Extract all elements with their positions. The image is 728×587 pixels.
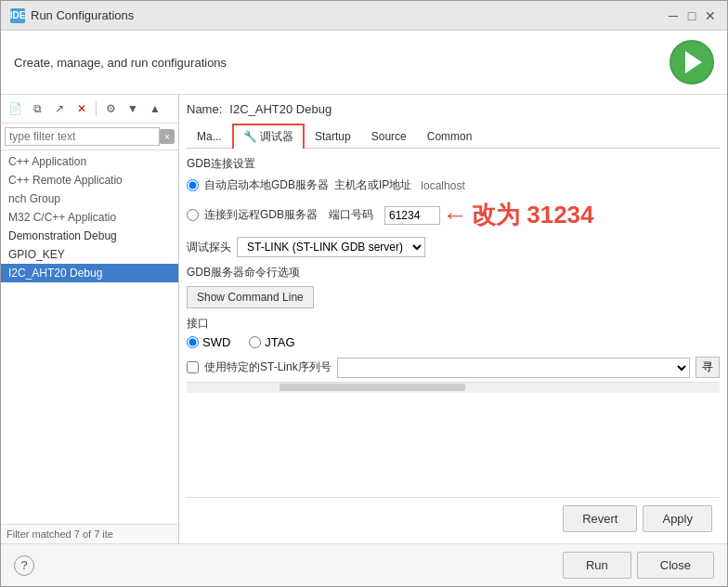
host-label: 主机名或IP地址 — [334, 177, 411, 193]
list-item[interactable]: C++ Remote Applicatio — [1, 171, 178, 189]
horizontal-scrollbar[interactable] — [187, 382, 720, 393]
stlink-serial-select[interactable] — [337, 358, 690, 378]
list-item[interactable]: C++ Application — [1, 152, 178, 171]
tab-common-label: Common — [427, 130, 473, 143]
remote-row: 连接到远程GDB服务器 端口号码 ← 改为 31234 — [187, 199, 720, 231]
maximize-button[interactable]: □ — [684, 8, 699, 23]
gdb-cmd-row: Show Command Line — [187, 286, 720, 308]
content-area: 📄 ⧉ ↗ ✕ ⚙ ▼ ▲ × C++ Application C++ Remo… — [1, 95, 727, 543]
right-panel: Name: I2C_AHT20 Debug Ma... 🔧 调试器 Startu… — [179, 95, 727, 543]
expand-button[interactable]: ▼ — [123, 98, 143, 119]
remote-label: 连接到远程GDB服务器 — [204, 207, 318, 223]
bottom-buttons: Revert Apply — [187, 497, 720, 536]
title-bar: IDE Run Configurations ─ □ ✕ — [1, 1, 727, 31]
auto-start-label: 自动启动本地GDB服务器 — [204, 177, 329, 193]
debug-probe-label: 调试探头 — [187, 240, 231, 255]
tab-source[interactable]: Source — [361, 124, 417, 149]
config-name: I2C_AHT20 Debug — [229, 102, 332, 116]
interface-section: 接口 SWD JTAG 使用特定的ST-Link序列号 — [187, 316, 720, 378]
tree-list: C++ Application C++ Remote Applicatio nc… — [1, 150, 178, 524]
left-panel: 📄 ⧉ ↗ ✕ ⚙ ▼ ▲ × C++ Application C++ Remo… — [1, 95, 179, 543]
name-label: Name: — [187, 102, 222, 116]
stlink-search-button[interactable]: 寻 — [696, 357, 720, 378]
tab-main[interactable]: Ma... — [187, 124, 232, 149]
filter-status: Filter matched 7 of 7 ite — [1, 524, 178, 543]
list-item[interactable]: GPIO_KEY — [1, 245, 178, 264]
window-controls: ─ □ ✕ — [666, 8, 718, 23]
revert-button[interactable]: Revert — [563, 505, 637, 532]
port-input[interactable] — [384, 206, 440, 225]
filter-clear-button[interactable]: × — [160, 129, 175, 144]
interface-options: SWD JTAG — [187, 335, 720, 349]
header-subtitle: Create, manage, and run configurations — [14, 56, 227, 70]
port-area: ← 改为 31234 — [384, 199, 594, 231]
tab-debugger[interactable]: 🔧 调试器 — [232, 124, 305, 149]
new-config-button[interactable]: 📄 — [5, 98, 25, 119]
header-area: Create, manage, and run configurations — [1, 31, 727, 95]
tab-startup-label: Startup — [315, 130, 351, 143]
filter-input[interactable] — [5, 127, 160, 146]
auto-start-row: 自动启动本地GDB服务器 主机名或IP地址 localhost — [187, 177, 720, 193]
window-footer: ? Run Close — [1, 543, 727, 586]
filter-button[interactable]: ⚙ — [100, 98, 121, 119]
run-footer-button[interactable]: Run — [563, 552, 631, 579]
jtag-option: JTAG — [249, 335, 294, 349]
annotation-text: 改为 31234 — [472, 199, 594, 231]
stlink-serial-label: 使用特定的ST-Link序列号 — [204, 359, 332, 375]
scrollbar-thumb — [280, 384, 465, 391]
apply-button[interactable]: Apply — [643, 505, 712, 532]
minimize-button[interactable]: ─ — [666, 8, 681, 23]
export-button[interactable]: ↗ — [49, 98, 70, 119]
left-toolbar: 📄 ⧉ ↗ ✕ ⚙ ▼ ▲ — [1, 95, 178, 124]
title-bar-left: IDE Run Configurations — [10, 8, 134, 23]
close-button[interactable]: ✕ — [703, 8, 718, 23]
gdb-cmd-section: GDB服务器命令行选项 Show Command Line — [187, 265, 720, 308]
interface-label: 接口 — [187, 316, 720, 332]
close-footer-button[interactable]: Close — [637, 552, 714, 579]
swd-radio[interactable] — [187, 336, 199, 348]
debug-probe-row: 调试探头 ST-LINK (ST-LINK GDB server) — [187, 237, 720, 257]
jtag-label: JTAG — [265, 335, 294, 349]
tab-common[interactable]: Common — [417, 124, 483, 149]
separator — [96, 101, 97, 116]
list-item[interactable]: M32 C/C++ Applicatio — [1, 208, 178, 227]
ide-icon: IDE — [10, 8, 25, 23]
form-section: GDB连接设置 自动启动本地GDB服务器 主机名或IP地址 localhost … — [187, 156, 720, 497]
tab-debugger-label: 🔧 调试器 — [243, 129, 293, 145]
tab-source-label: Source — [371, 130, 407, 143]
stlink-serial-checkbox[interactable] — [187, 361, 199, 373]
debug-probe-select[interactable]: ST-LINK (ST-LINK GDB server) — [237, 237, 425, 257]
port-label: 端口号码 — [329, 207, 373, 223]
swd-option: SWD — [187, 335, 230, 349]
tab-main-label: Ma... — [197, 130, 222, 143]
list-item[interactable]: nch Group — [1, 189, 178, 208]
run-configurations-window: IDE Run Configurations ─ □ ✕ Create, man… — [0, 0, 728, 587]
jtag-radio[interactable] — [249, 336, 261, 348]
remote-radio[interactable] — [187, 209, 199, 221]
gdb-cmd-header: GDB服务器命令行选项 — [187, 265, 720, 280]
duplicate-button[interactable]: ⧉ — [27, 98, 47, 119]
list-item-selected[interactable]: I2C_AHT20 Debug — [1, 264, 178, 282]
stlink-row: 使用特定的ST-Link序列号 寻 — [187, 357, 720, 378]
host-value: localhost — [421, 179, 464, 192]
collapse-button[interactable]: ▲ — [145, 98, 165, 119]
gdb-connection-header: GDB连接设置 — [187, 156, 720, 172]
filter-box: × — [1, 124, 178, 150]
red-arrow-icon: ← — [442, 201, 468, 230]
show-command-line-button[interactable]: Show Command Line — [187, 286, 314, 308]
run-button[interactable] — [670, 40, 714, 85]
delete-button[interactable]: ✕ — [72, 98, 92, 119]
run-icon — [685, 51, 702, 73]
list-item[interactable]: Demonstration Debug — [1, 227, 178, 245]
footer-right-buttons: Run Close — [563, 552, 714, 579]
tabs: Ma... 🔧 调试器 Startup Source Common — [187, 124, 720, 149]
auto-start-radio[interactable] — [187, 179, 199, 191]
window-title: Run Configurations — [31, 8, 134, 22]
help-button[interactable]: ? — [14, 555, 34, 576]
tab-startup[interactable]: Startup — [305, 124, 361, 149]
name-row: Name: I2C_AHT20 Debug — [187, 102, 720, 116]
swd-label: SWD — [202, 335, 230, 349]
